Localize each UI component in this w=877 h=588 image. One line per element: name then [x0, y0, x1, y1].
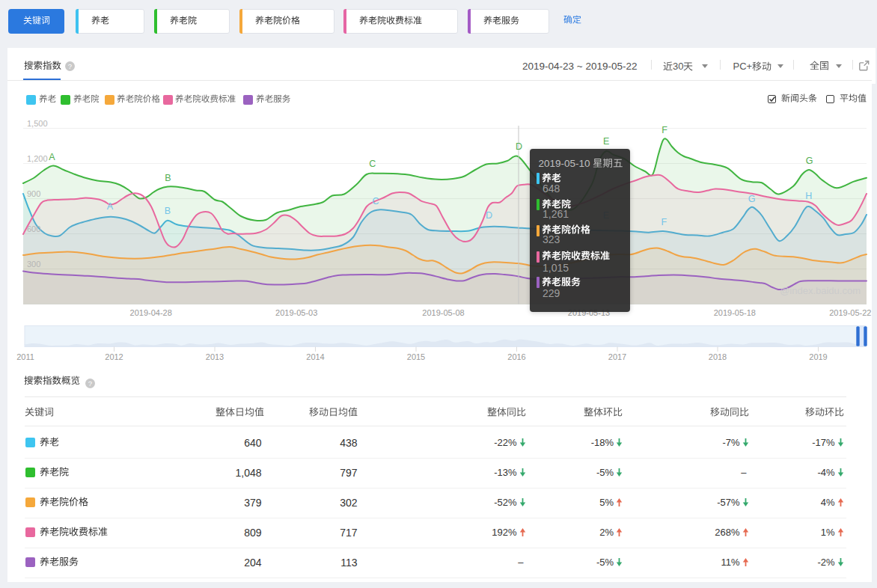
svg-text:B: B — [165, 173, 171, 183]
svg-text:F: F — [661, 125, 667, 135]
svg-text:D: D — [486, 210, 492, 221]
svg-text:B: B — [165, 206, 171, 216]
svg-text:E: E — [603, 136, 609, 147]
svg-text:G: G — [806, 156, 813, 166]
svg-text:A: A — [49, 152, 55, 162]
svg-text:D: D — [516, 141, 522, 152]
svg-text:C: C — [372, 196, 379, 206]
svg-text:H: H — [805, 191, 812, 201]
svg-text:F: F — [661, 217, 667, 227]
svg-text:A: A — [107, 201, 114, 212]
svg-text:G: G — [748, 194, 756, 204]
svg-text:C: C — [369, 159, 376, 169]
svg-text:@index.baidu.com: @index.baidu.com — [780, 285, 861, 296]
svg-text:?: ? — [88, 379, 92, 388]
